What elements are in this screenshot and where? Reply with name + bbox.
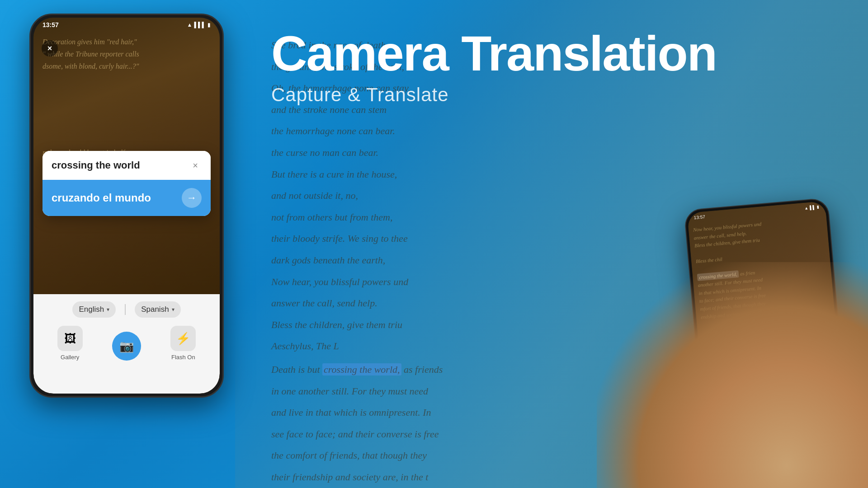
pr-signal-icon: ▌▌: [810, 205, 816, 210]
page-title: Camera Translation: [271, 27, 717, 80]
pr-camera-button[interactable]: 📷: [765, 422, 787, 444]
status-bar: 13:57 ▲ ▌▌▌ ▮: [33, 18, 220, 30]
gallery-icon: 🖼: [57, 326, 83, 351]
gallery-icon-symbol: 🖼: [64, 332, 76, 346]
original-text: crossing the world: [52, 160, 140, 171]
pr-bottom-controls: English ▾ Spanish ▾ 🖼 Gallery 📷: [704, 397, 850, 488]
action-buttons-row: 🖼 Gallery 📷 ⚡ Flash On: [42, 326, 211, 361]
language-from-selector[interactable]: English ▾: [72, 301, 116, 318]
signal-icon: ▌▌▌: [194, 22, 206, 28]
pr-book-text: Now hear, you blissful powers und answer…: [693, 215, 830, 321]
pr-camera-icon: 📷: [765, 422, 787, 444]
page-subtitle: Capture & Translate: [271, 84, 449, 106]
card-close-button[interactable]: ×: [189, 159, 202, 172]
phone-left-screen: 13:57 ▲ ▌▌▌ ▮ Decoration gives him "red …: [33, 18, 220, 394]
battery-icon: ▮: [208, 22, 211, 28]
bottom-controls: English ▾ Spanish ▾ 🖼 Galler: [33, 294, 220, 394]
pr-lang-from-label: English: [712, 412, 729, 419]
phone-left-frame: 13:57 ▲ ▌▌▌ ▮ Decoration gives him "red …: [29, 14, 224, 398]
pr-lang-to-label: Spanish: [813, 403, 832, 410]
language-divider: [125, 304, 126, 315]
language-to-label: Spanish: [141, 305, 169, 314]
pr-wifi-icon: ▲: [804, 206, 809, 211]
pr-language-from[interactable]: English ▾: [712, 412, 733, 419]
phone-right-screen: 13:57 ▲ ▌▌ ▮ Now hear, you blissful powe…: [687, 201, 850, 488]
pr-chevron-icon-2: ▾: [833, 403, 836, 408]
gallery-button[interactable]: 🖼 Gallery: [57, 326, 83, 361]
gallery-label: Gallery: [61, 354, 79, 361]
camera-icon: 📷: [112, 332, 141, 361]
pr-battery-icon: ▮: [816, 205, 819, 209]
pr-highlight-text: crossing the world,: [697, 270, 739, 281]
pr-gallery-label: Gallery: [727, 441, 740, 447]
pr-status-icons: ▲ ▌▌ ▮: [804, 205, 819, 211]
pr-flash-button[interactable]: ⚡ Flash On: [809, 415, 828, 440]
wifi-icon: ▲: [187, 22, 193, 28]
pr-gallery-button[interactable]: 🖼 Gallery: [723, 423, 742, 447]
pr-flash-label: Flash On: [811, 434, 828, 440]
close-icon: ×: [193, 160, 198, 171]
pr-status-time: 13:57: [693, 214, 705, 220]
language-to-selector[interactable]: Spanish ▾: [135, 301, 180, 318]
flash-button[interactable]: ⚡ Flash On: [170, 326, 196, 361]
chevron-down-icon: ▾: [107, 306, 109, 313]
translation-card: crossing the world × cruzando el mundo: [42, 151, 211, 216]
camera-book-text: Decoration gives him "red hair," " while…: [42, 36, 211, 159]
pr-camera-view: Now hear, you blissful powers und answer…: [687, 201, 842, 409]
original-text-row: crossing the world ×: [42, 151, 211, 180]
camera-icon-symbol: 📷: [119, 339, 134, 353]
language-row: English ▾ Spanish ▾: [42, 301, 211, 318]
phone-right: 13:57 ▲ ▌▌ ▮ Now hear, you blissful powe…: [696, 203, 841, 488]
arrow-button[interactable]: [182, 188, 202, 208]
pr-chevron-icon: ▾: [730, 412, 733, 418]
phone-left: 13:57 ▲ ▌▌▌ ▮ Decoration gives him "red …: [29, 14, 224, 398]
flash-icon: ⚡: [170, 326, 196, 351]
phone-right-frame: 13:57 ▲ ▌▌ ▮ Now hear, you blissful powe…: [684, 197, 853, 488]
status-icons: ▲ ▌▌▌ ▮: [187, 22, 211, 28]
flash-icon-symbol: ⚡: [176, 332, 190, 346]
pr-language-to[interactable]: Spanish ▾: [813, 403, 836, 410]
close-button[interactable]: ×: [42, 40, 58, 56]
flash-label: Flash On: [171, 354, 195, 361]
status-time: 13:57: [42, 21, 59, 28]
language-from-label: English: [79, 305, 104, 314]
pr-action-row: 🖼 Gallery 📷 ⚡ Flash On: [711, 413, 840, 448]
translated-row: cruzando el mundo: [42, 180, 211, 216]
translated-text: cruzando el mundo: [52, 192, 151, 204]
pr-flash-icon: ⚡: [809, 415, 827, 434]
pr-gallery-icon: 🖼: [723, 423, 742, 441]
camera-shutter-button[interactable]: 📷: [112, 332, 141, 361]
chevron-down-icon-2: ▾: [172, 306, 175, 313]
